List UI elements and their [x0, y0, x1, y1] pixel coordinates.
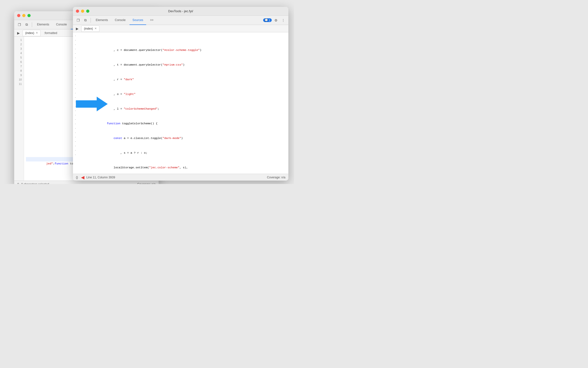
code-line-w2-2: , t = document.querySelector("#prism-css…	[80, 58, 286, 63]
tab-elements-1[interactable]: Elements	[34, 20, 52, 29]
tab-sources-2[interactable]: Sources	[129, 16, 146, 25]
tab-elements-2[interactable]: Elements	[93, 16, 111, 25]
diff-marker: -	[73, 152, 78, 157]
code-line-w2-6: function toggleColorScheme() {	[80, 117, 286, 121]
tab-more-2[interactable]: >>	[147, 16, 156, 25]
diff-marker: -	[73, 64, 78, 69]
diff-marker: -	[73, 69, 78, 73]
coverage-1: Coverage: n/a	[137, 183, 156, 184]
line-num: 4	[14, 51, 22, 55]
diff-marker: -	[73, 135, 78, 139]
status-bar-1: {} 9 characters selected Coverage: n/a	[14, 181, 159, 184]
file-tab-formatted-1[interactable]: :formatted	[42, 30, 60, 36]
diff-marker: -	[73, 33, 78, 38]
toolbar-separator-2	[91, 18, 91, 23]
file-tab-close-1[interactable]: ✕	[36, 31, 38, 34]
svg-marker-0	[76, 97, 108, 111]
close-button-1[interactable]	[17, 14, 20, 17]
diff-marker: -	[73, 38, 78, 42]
code-line-w2-3: , r = "dark"	[80, 73, 286, 77]
tabs-bar-2: ▶ (index) ✕	[73, 25, 288, 32]
panel-toggle-icon-2[interactable]: ▶	[74, 25, 80, 32]
diff-marker: -	[73, 130, 78, 135]
file-tab-label-1: (index)	[25, 31, 34, 35]
diff-marker: -	[73, 51, 78, 55]
diff-marker: -	[73, 73, 78, 77]
file-tab-close-2[interactable]: ✕	[94, 27, 97, 30]
code-line-w2-1: , c = document.querySelector("#color-sch…	[80, 44, 286, 48]
format-button-1[interactable]: {}	[17, 182, 19, 184]
window-controls-1	[17, 14, 31, 17]
minimize-button-1[interactable]	[22, 14, 25, 17]
code-span: jed"	[46, 162, 53, 165]
diff-marker: -	[73, 42, 78, 46]
format-button-2[interactable]: {}	[76, 175, 78, 179]
toolbar-separator	[32, 22, 32, 27]
file-tab-index-2[interactable]: (index) ✕	[81, 25, 99, 32]
notification-count: 1	[269, 19, 270, 22]
code-line-w2-8: , s = a ? r : o;	[80, 146, 286, 151]
line-num: 2	[14, 42, 22, 46]
notification-badge[interactable]: 💬 1	[263, 18, 272, 22]
red-arrow-indicator: ◀	[81, 175, 84, 180]
diff-marker: -	[73, 126, 78, 130]
line-num: 1	[14, 38, 22, 42]
diff-marker: -	[73, 148, 78, 152]
maximize-button-2[interactable]	[86, 10, 89, 13]
code-line-w2-5: , l = "colorSchemeChanged";	[80, 102, 286, 107]
code-area-2[interactable]: , c = document.querySelector("#color-sch…	[78, 32, 288, 174]
maximize-button-1[interactable]	[27, 14, 31, 17]
position-text-2: Line 11, Column 3939	[86, 176, 115, 179]
tab-console-2[interactable]: Console	[112, 16, 129, 25]
diff-marker: -	[73, 55, 78, 60]
chat-icon: 💬	[265, 19, 268, 22]
panel-toggle-icon-1[interactable]: ▶	[15, 30, 22, 36]
line-num: 10	[14, 77, 22, 82]
toolbar-right-2: 💬 1 ⚙ ⋮	[263, 17, 286, 23]
code-line-w2-7: const a = e.classList.toggle("dark-mode"…	[80, 132, 286, 136]
more-icon[interactable]: ⋮	[280, 17, 286, 23]
code-line-w2-9: localStorage.setItem("jec.color-scheme",…	[80, 161, 286, 165]
diff-marker: -	[73, 139, 78, 143]
line-num: 3	[14, 46, 22, 51]
device-icon-2[interactable]: ⧉	[82, 17, 89, 23]
line-num: 6	[14, 60, 22, 64]
blue-arrow	[76, 97, 108, 112]
status-bar-2: {} ◀ Line 11, Column 3939 Coverage: n/a	[73, 174, 288, 181]
minimize-button-2[interactable]	[81, 10, 84, 13]
toolbar-2: ❐ ⧉ Elements Console Sources >> 💬 1 ⚙ ⋮	[73, 16, 288, 25]
line-numbers-1: 1 2 3 4 5 6 7 8 9 10 11	[14, 37, 24, 181]
diff-marker: -	[73, 121, 78, 126]
tab-console-1[interactable]: Console	[53, 20, 70, 29]
line-num: 5	[14, 55, 22, 60]
diff-marker: -	[73, 60, 78, 64]
file-tab-label-2: (index)	[84, 27, 93, 30]
cursor-icon-2[interactable]: ❐	[75, 17, 81, 23]
diff-marker: -	[73, 77, 78, 82]
close-button-2[interactable]	[76, 10, 79, 13]
diff-marker: -	[73, 143, 78, 148]
status-text-1: 9 characters selected	[21, 183, 49, 184]
line-num: 7	[14, 64, 22, 69]
diff-marker: -	[73, 46, 78, 51]
device-icon[interactable]: ⧉	[24, 22, 30, 28]
cursor-icon[interactable]: ❐	[16, 22, 23, 28]
window-title-2: DevTools - jec.fyi/	[168, 9, 193, 13]
titlebar-2: DevTools - jec.fyi/	[73, 7, 288, 16]
line-num: 8	[14, 69, 22, 73]
diff-marker: -	[73, 82, 78, 86]
line-num: 9	[14, 73, 22, 77]
code-line-w2-4: , o = "light"	[80, 88, 286, 92]
diff-marker: -	[73, 113, 78, 117]
settings-icon[interactable]: ⚙	[273, 17, 279, 23]
diff-marker: -	[73, 86, 78, 91]
code-content-2: , c = document.querySelector("#color-sch…	[78, 32, 288, 174]
code-span: function	[55, 162, 68, 165]
file-tab-index-1[interactable]: (index) ✕	[23, 30, 41, 36]
line-num: 11	[14, 82, 22, 86]
diff-marker: -	[73, 117, 78, 121]
devtools-window-2: DevTools - jec.fyi/ ❐ ⧉ Elements Console…	[73, 7, 288, 181]
coverage-2: Coverage: n/a	[267, 176, 285, 179]
diff-marker: -	[73, 91, 78, 95]
window-controls-2	[76, 10, 89, 13]
